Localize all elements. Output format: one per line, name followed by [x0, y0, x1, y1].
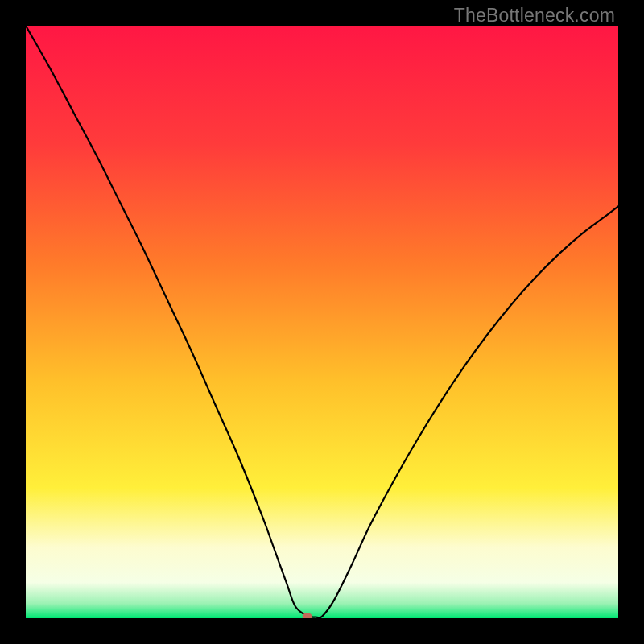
gradient-rect: [26, 26, 618, 618]
chart-plot: [26, 26, 618, 618]
watermark-label: TheBottleneck.com: [454, 5, 615, 27]
chart-frame: TheBottleneck.com: [0, 0, 644, 644]
